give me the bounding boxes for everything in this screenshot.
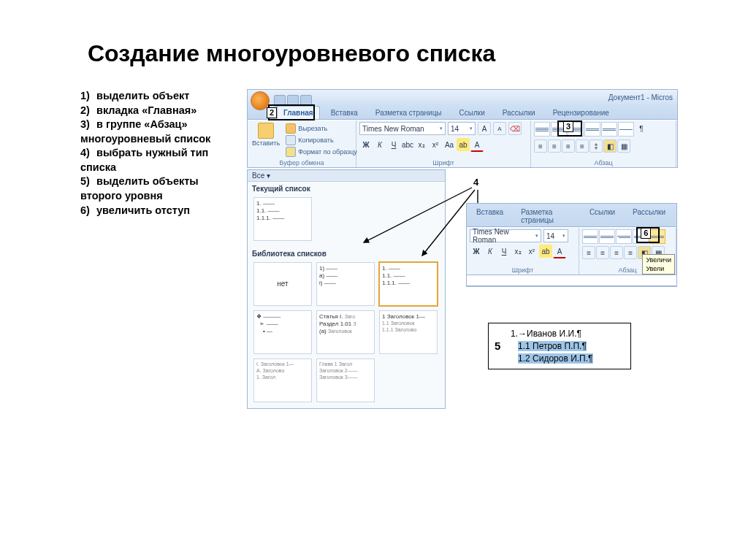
sample-list-box: 5 1.→Иванов И.И.¶ 1.1 Петров П.П.¶ 1.2 С… xyxy=(488,323,631,369)
font-group-label: Шрифт xyxy=(356,159,530,166)
al-j-2[interactable]: ≡ xyxy=(624,246,637,259)
list-thumb-symbols[interactable]: ❖ ——— ➣ —— • — xyxy=(253,310,312,354)
show-marks-button[interactable]: ¶ xyxy=(635,122,648,135)
slide-title: Создание многоуровневого списка xyxy=(88,40,687,67)
bold-button-2[interactable]: Ж xyxy=(470,245,483,258)
tab-mail-2[interactable]: Рассылки xyxy=(626,205,672,226)
font-color-button[interactable]: A xyxy=(470,138,484,152)
numbering-2[interactable] xyxy=(599,229,615,244)
callout-6: 6 xyxy=(641,228,651,239)
qat-redo[interactable] xyxy=(300,95,312,107)
list-thumb-roman[interactable]: I. Заголовок 1— A. Заголово 1. Загол xyxy=(253,358,312,402)
shrink-font-button[interactable]: A xyxy=(493,122,506,135)
tab-refs-2[interactable]: Ссылки xyxy=(583,205,622,226)
sample-line-2: 1.1 Петров П.П.¶ xyxy=(511,340,623,353)
ruler xyxy=(467,275,676,286)
list-thumb-chapter[interactable]: Глава 1 ЗаголЗаголовок 2——Заголовок 3—— xyxy=(316,358,375,402)
callout-5: 5 xyxy=(495,340,500,352)
list-thumb-current[interactable]: 1. ——1.1. ——1.1.1. —— xyxy=(253,197,312,241)
font-size-combo-2[interactable]: 14▾ xyxy=(543,229,568,242)
font-name-combo[interactable]: Times New Roman▾ xyxy=(359,122,446,135)
clear-format-button[interactable]: ⌫ xyxy=(508,122,522,135)
bold-button[interactable]: Ж xyxy=(359,138,373,151)
highlight-button[interactable]: ab xyxy=(457,138,470,151)
list-thumb-article[interactable]: Статья I. Заго Раздел 1.01 З (a) Заголов… xyxy=(316,310,375,354)
decrease-indent-button[interactable] xyxy=(584,122,600,137)
sort-button[interactable] xyxy=(618,122,634,137)
change-case-button[interactable]: Aa xyxy=(443,138,456,151)
increase-indent-button-2[interactable] xyxy=(649,229,665,244)
align-justify-button[interactable]: ≡ xyxy=(576,139,589,153)
multilevel-2[interactable] xyxy=(616,229,632,244)
window-title: Документ1 - Micros xyxy=(608,93,673,101)
dd-all-label[interactable]: Все ▾ xyxy=(252,172,270,180)
font-group-label-2: Шрифт xyxy=(467,266,579,274)
al-r-2[interactable]: ≡ xyxy=(610,246,623,259)
subscript-button[interactable]: x₂ xyxy=(415,138,428,151)
font-name-combo-2[interactable]: Times New Roman▾ xyxy=(470,229,541,242)
superscript-button[interactable]: x² xyxy=(429,138,442,151)
sub-2[interactable]: x₂ xyxy=(511,245,524,258)
dd-current-label: Текущий список xyxy=(248,182,445,194)
fc-2[interactable]: A xyxy=(553,245,566,258)
italic-button-2[interactable]: К xyxy=(484,245,497,258)
tab-review[interactable]: Рецензирование xyxy=(546,106,616,119)
al-c-2[interactable]: ≡ xyxy=(596,246,609,259)
list-thumb-paren[interactable]: 1) ——a) —— i) —— xyxy=(316,262,375,306)
line-spacing-button[interactable]: ‡ xyxy=(589,139,603,153)
cut-button[interactable]: Вырезать xyxy=(286,123,357,134)
hl-2[interactable]: ab xyxy=(539,245,552,258)
tab-layout-2[interactable]: Разметка страницы xyxy=(514,205,579,226)
format-painter-button[interactable]: Формат по образцу xyxy=(286,147,357,157)
multilevel-list-dropdown: Все ▾ Текущий список 1. ——1.1. ——1.1.1. … xyxy=(247,169,446,409)
qat-undo[interactable] xyxy=(287,95,299,107)
al-l-2[interactable]: ≡ xyxy=(582,246,595,259)
word-ribbon-main: Документ1 - Micros 2 Главная Вставка Раз… xyxy=(247,89,678,168)
paragraph-group-label: Абзац xyxy=(531,159,676,166)
callout-3: 3 xyxy=(563,121,573,132)
paste-button[interactable]: Вставить xyxy=(251,122,281,147)
tab-home[interactable]: 2 Главная xyxy=(277,106,320,119)
list-thumb-decimal[interactable]: 1. —— 1.1. —— 1.1.1. —— xyxy=(379,262,438,306)
strike-button[interactable]: abc xyxy=(401,138,414,151)
font-size-combo[interactable]: 14▾ xyxy=(448,122,476,135)
align-left-button[interactable]: ≡ xyxy=(534,139,547,153)
bullets-2[interactable] xyxy=(582,229,598,244)
clipboard-group-label: Буфер обмена xyxy=(248,159,356,166)
increase-indent-tooltip: Увеличи Увели xyxy=(642,254,675,275)
callout-2: 2 xyxy=(267,107,277,118)
tab-layout[interactable]: Разметка страницы xyxy=(369,106,449,119)
bullets-button[interactable] xyxy=(534,122,550,137)
tab-insert-2[interactable]: Вставка xyxy=(470,205,510,226)
instruction-list: 1)выделить объект 2)вкладка «Главная» 3)… xyxy=(80,89,234,218)
dd-library-label: Библиотека списков xyxy=(248,247,445,259)
copy-button[interactable]: Копировать xyxy=(286,135,357,145)
increase-indent-button[interactable] xyxy=(601,122,617,137)
word-ribbon-fragment: Вставка Разметка страницы Ссылки Рассылк… xyxy=(466,203,677,287)
sample-line-1: 1.→Иванов И.И.¶ xyxy=(511,328,623,340)
sample-line-3: 1.2 Сидоров И.П.¶ xyxy=(511,353,623,365)
callout-4: 4 xyxy=(473,177,478,188)
list-thumb-heading[interactable]: 1 Заголовок 1—1.1 Заголовок1.1.1 Заголов… xyxy=(379,310,438,354)
underline-button[interactable]: Ч xyxy=(387,138,400,151)
qat-save[interactable] xyxy=(274,95,286,107)
tab-mail[interactable]: Рассылки xyxy=(496,106,542,119)
tab-refs[interactable]: Ссылки xyxy=(453,106,492,119)
align-right-button[interactable]: ≡ xyxy=(562,139,575,153)
borders-button[interactable]: ▦ xyxy=(617,139,630,153)
sup-2[interactable]: x² xyxy=(525,245,538,258)
italic-button[interactable]: К xyxy=(373,138,386,151)
tab-insert[interactable]: Вставка xyxy=(324,106,365,119)
align-center-button[interactable]: ≡ xyxy=(548,139,561,153)
list-thumb-none[interactable]: нет xyxy=(253,262,312,306)
shading-button[interactable]: ◧ xyxy=(603,139,617,153)
grow-font-button[interactable]: A xyxy=(478,122,491,135)
underline-button-2[interactable]: Ч xyxy=(497,245,511,258)
